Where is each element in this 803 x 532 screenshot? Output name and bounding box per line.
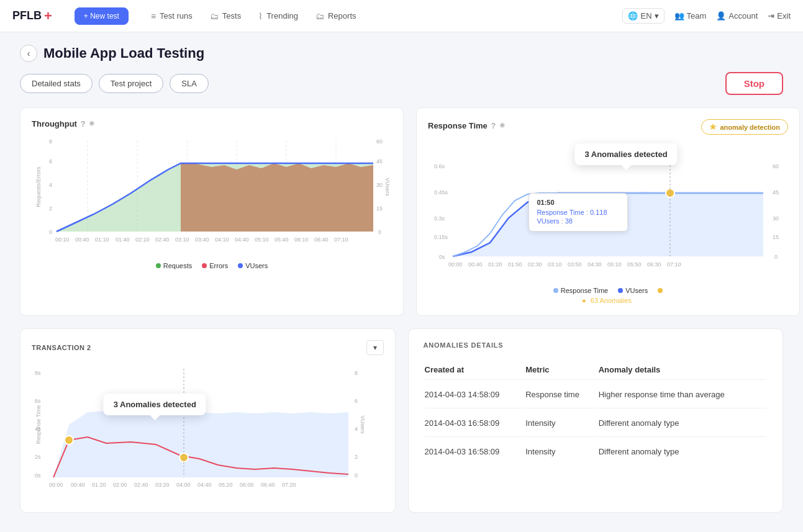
lang-chevron-icon: ▾ — [655, 11, 659, 20]
anomaly-star-icon: ★ — [709, 122, 717, 132]
errors-dot — [202, 263, 207, 268]
tab-test-project[interactable]: Test project — [99, 74, 163, 93]
col-details: Anomaly details — [599, 360, 766, 380]
svg-text:00:40: 00:40 — [71, 482, 85, 488]
nav-tests-label: Tests — [222, 11, 241, 20]
svg-text:00:10: 00:10 — [55, 237, 70, 243]
table-row: 2014-04-03 16:58:09IntensityDifferent an… — [425, 410, 767, 437]
cell-metric-0: Response time — [525, 381, 597, 408]
anomalies-title: ANOMALIES DETAILS — [424, 341, 768, 349]
account-link[interactable]: 👤 Account — [716, 11, 758, 20]
svg-text:15: 15 — [773, 234, 779, 240]
anomalies-count-text: 63 Anomalies — [591, 297, 632, 304]
svg-text:0.15s: 0.15s — [434, 234, 448, 240]
throughput-svg: 8 6 4 2 0 60 45 30 15 0 — [32, 131, 392, 255]
anomalies-table-body: 2014-04-03 14:58:09Response timeHigher r… — [425, 381, 767, 465]
cell-created_at-1: 2014-04-03 16:58:09 — [425, 410, 525, 437]
svg-text:0s: 0s — [439, 254, 445, 260]
flag-icon: 🌐 — [628, 11, 638, 20]
nav-item-testruns[interactable]: ≡ Test runs — [143, 7, 200, 25]
throughput-chart-card: Throughput ? ✳ 8 6 4 2 0 60 45 30 15 0 — [20, 107, 404, 316]
svg-text:0.3s: 0.3s — [434, 215, 445, 222]
tests-icon: 🗂 — [210, 11, 219, 21]
nav-reports-label: Reports — [328, 11, 356, 20]
legend-anomaly — [658, 287, 663, 294]
dropdown-chevron-icon: ▾ — [373, 343, 377, 352]
tab-sla[interactable]: SLA — [170, 74, 209, 93]
svg-text:0s: 0s — [35, 472, 41, 479]
svg-text:4: 4 — [49, 182, 52, 188]
cell-metric-2: Intensity — [525, 438, 597, 465]
svg-text:01:40: 01:40 — [116, 237, 130, 243]
svg-text:06:30: 06:30 — [647, 261, 661, 268]
breadcrumb-row: ‹ Mobile App Load Testing — [20, 45, 783, 62]
svg-text:0: 0 — [774, 254, 778, 260]
svg-text:2: 2 — [355, 454, 358, 460]
col-metric: Metric — [525, 360, 597, 380]
svg-text:60: 60 — [773, 163, 779, 169]
nav-trending-label: Trending — [266, 11, 298, 20]
anomalies-count: ● 63 Anomalies — [428, 297, 788, 304]
lang-selector[interactable]: 🌐 EN ▾ — [622, 8, 664, 24]
exit-icon: ⇥ — [768, 11, 774, 20]
vusers-label: VUsers — [245, 262, 268, 269]
svg-text:0: 0 — [378, 229, 381, 235]
svg-text:00:40: 00:40 — [468, 261, 483, 268]
legend-requests: Requests — [156, 262, 192, 269]
back-button[interactable]: ‹ — [20, 45, 37, 62]
svg-text:05:20: 05:20 — [219, 482, 233, 488]
svg-text:05:40: 05:40 — [274, 237, 289, 243]
svg-text:VUsers: VUsers — [384, 178, 391, 196]
vu-rt-dot — [618, 288, 623, 293]
response-time-legend: Response Time VUsers — [428, 287, 788, 294]
anomaly-detection-badge[interactable]: ★ anomaly detection — [701, 119, 788, 135]
cell-details-2: Different anomaly type — [599, 438, 766, 465]
svg-text:06:10: 06:10 — [294, 237, 309, 243]
rt-dot — [553, 288, 558, 293]
svg-text:15: 15 — [376, 205, 383, 212]
nav-item-trending[interactable]: ⌇ Trending — [251, 7, 306, 25]
svg-text:60: 60 — [376, 138, 383, 145]
svg-text:07:20: 07:20 — [282, 482, 296, 488]
svg-text:Response Time: Response Time — [35, 405, 42, 444]
vu-rt-label: VUsers — [625, 287, 648, 294]
svg-text:VUsers: VUsers — [360, 415, 366, 434]
svg-text:01:50: 01:50 — [508, 261, 522, 268]
account-label: Account — [728, 11, 758, 20]
svg-text:02:40: 02:40 — [134, 482, 148, 488]
page-title: Mobile App Load Testing — [43, 45, 204, 61]
anomalies-card: ANOMALIES DETAILS Created at Metric Anom… — [408, 328, 784, 513]
svg-text:00:00: 00:00 — [448, 261, 463, 268]
exit-link[interactable]: ⇥ Exit — [768, 11, 791, 20]
table-row: 2014-04-03 14:58:09Response timeHigher r… — [425, 381, 767, 408]
team-link[interactable]: 👥 Team — [674, 11, 707, 20]
errors-label: Errors — [209, 262, 228, 269]
svg-text:8: 8 — [49, 138, 52, 145]
tab-detailed-stats[interactable]: Detailed stats — [20, 74, 93, 93]
legend-vu-rt: VUsers — [618, 287, 648, 294]
bottom-row: TRANSACTION 2 ▾ 3 Anomalies detected 8s … — [20, 328, 783, 513]
svg-text:01:10: 01:10 — [95, 237, 109, 243]
nav-item-tests[interactable]: 🗂 Tests — [202, 7, 248, 25]
legend-errors: Errors — [202, 262, 228, 269]
svg-text:6s: 6s — [35, 398, 41, 404]
new-test-button[interactable]: + New test — [75, 7, 129, 25]
response-time-chart-card: Response Time ? ✳ ★ anomaly detection 3 … — [416, 107, 800, 316]
transaction-chart-card: TRANSACTION 2 ▾ 3 Anomalies detected 8s … — [20, 328, 396, 513]
nav-item-reports[interactable]: 🗂 Reports — [308, 7, 364, 25]
response-time-help-icon[interactable]: ? — [491, 122, 496, 130]
tab-row: Detailed stats Test project SLA Stop — [20, 72, 783, 95]
logo-text: PFLB — [12, 9, 42, 22]
svg-text:00:40: 00:40 — [75, 237, 89, 243]
svg-text:03:10: 03:10 — [548, 261, 562, 268]
svg-text:07:10: 07:10 — [667, 261, 681, 268]
transaction-dropdown-button[interactable]: ▾ — [366, 340, 384, 355]
transaction-anomaly-dot1 — [65, 436, 73, 444]
throughput-help-icon[interactable]: ? — [81, 120, 85, 128]
svg-text:2: 2 — [49, 205, 52, 212]
requests-label: Requests — [163, 262, 192, 269]
table-row: 2014-04-03 16:58:09IntensityDifferent an… — [425, 438, 767, 465]
stop-button[interactable]: Stop — [725, 72, 783, 95]
svg-text:06:40: 06:40 — [314, 237, 329, 243]
svg-text:8s: 8s — [35, 370, 41, 376]
